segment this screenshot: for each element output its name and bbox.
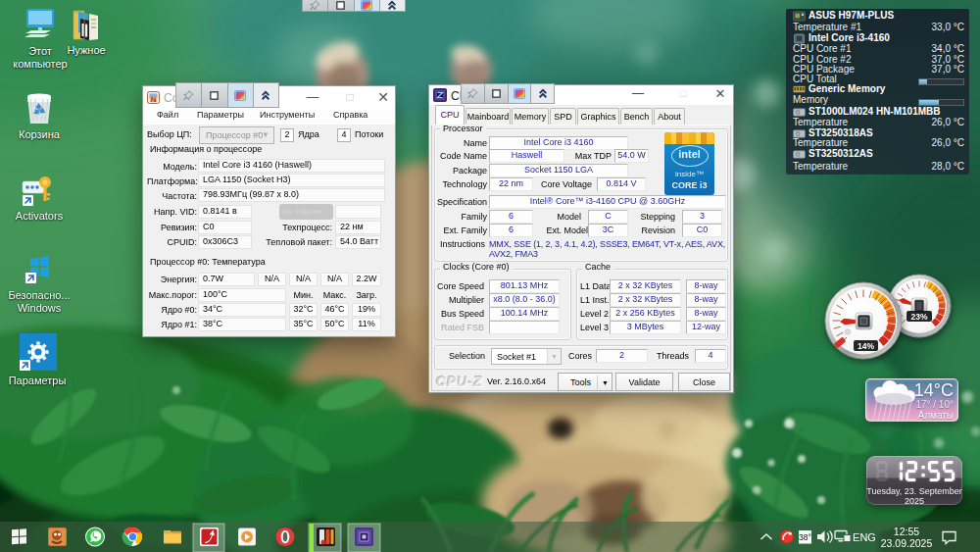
svg-text:23.09.2025: 23.09.2025 [881,537,933,549]
svg-text:14%: 14% [858,341,874,351]
svg-text:38°: 38° [799,532,811,542]
svg-text:12:55: 12:55 [894,526,919,537]
svg-text:ENG: ENG [853,531,876,543]
svg-text:23%: 23% [910,312,927,322]
